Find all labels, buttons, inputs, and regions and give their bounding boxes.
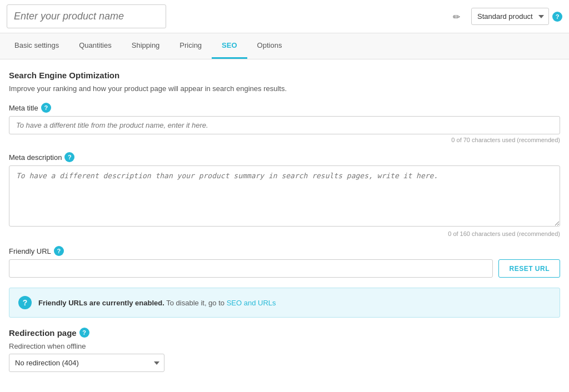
info-box-text-span: To disable it, go to [166,299,226,307]
seo-section-subtitle: Improve your ranking and how your produc… [9,84,560,93]
seo-and-urls-link[interactable]: SEO and URLs [227,299,276,307]
product-type-wrapper: Standard product ? [471,8,562,25]
meta-title-input[interactable] [9,116,560,134]
redirection-select[interactable]: No redirection (404) 301 Moved Permanent… [9,354,164,372]
tab-seo[interactable]: SEO [212,33,247,59]
meta-description-help-badge[interactable]: ? [64,152,74,162]
product-name-input[interactable] [7,4,166,28]
main-content: Search Engine Optimization Improve your … [0,59,569,383]
meta-description-label: Meta description ? [9,152,560,162]
redirection-offline-label: Redirection when offline [9,342,560,350]
tab-quantities[interactable]: Quantities [69,33,122,59]
redirection-title: Redirection page [9,328,77,338]
reset-url-button[interactable]: RESET URL [498,259,560,278]
redirection-section: Redirection page ? Redirection when offl… [9,328,560,372]
redirection-help-badge[interactable]: ? [79,328,89,338]
meta-title-char-count: 0 of 70 characters used (recommended) [9,137,560,143]
edit-icon: ✏ [453,11,460,22]
friendly-url-info-box: ? Friendly URLs are currently enabled. T… [9,288,560,318]
friendly-url-help-badge[interactable]: ? [54,246,64,256]
url-row: RESET URL [9,259,560,278]
header-row: ✏ Standard product ? [0,0,569,33]
tab-options[interactable]: Options [247,33,292,59]
meta-description-char-count: 0 of 160 characters used (recommended) [9,230,560,237]
friendly-url-label: Friendly URL ? [9,246,560,256]
redirection-title-label: Redirection page ? [9,328,560,338]
friendly-url-group: Friendly URL ? RESET URL [9,246,560,278]
redirection-select-wrapper: No redirection (404) 301 Moved Permanent… [9,354,164,372]
meta-title-label: Meta title ? [9,103,560,113]
tab-pricing[interactable]: Pricing [169,33,212,59]
tabs-row: Basic settings Quantities Shipping Prici… [0,33,569,59]
meta-title-group: Meta title ? 0 of 70 characters used (re… [9,103,560,143]
meta-description-group: Meta description ? 0 of 160 characters u… [9,152,560,237]
seo-section-title: Search Engine Optimization [9,71,560,80]
product-type-help-badge[interactable]: ? [552,12,562,22]
meta-description-textarea[interactable] [9,165,560,227]
meta-title-help-badge[interactable]: ? [41,103,51,113]
friendly-url-input[interactable] [9,259,493,278]
product-type-select[interactable]: Standard product [471,8,549,25]
info-box-bold: Friendly URLs are currently enabled. [38,299,164,307]
info-box-text: Friendly URLs are currently enabled. To … [38,299,276,307]
info-icon: ? [18,296,32,309]
tab-shipping[interactable]: Shipping [122,33,170,59]
product-name-wrapper: ✏ [7,4,466,28]
tab-basic-settings[interactable]: Basic settings [4,33,69,59]
